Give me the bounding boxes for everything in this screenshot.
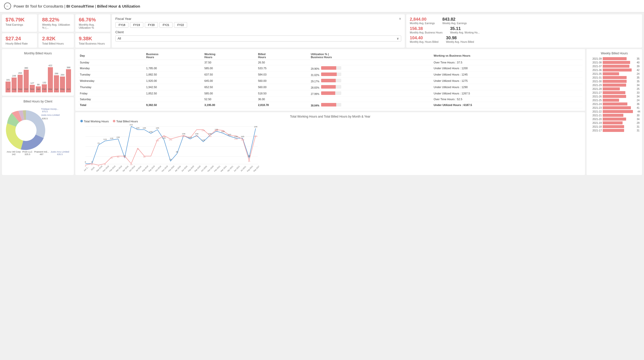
cell-billed: 533.75 xyxy=(256,65,309,71)
weekly-util-label: Weekly Avg. Utilization % (... xyxy=(42,23,70,29)
cell-vs: Under Utilized Hours : 1245 xyxy=(432,71,583,78)
weekly-week-label: 2021-26 xyxy=(589,95,602,98)
weekly-bar-row: 2021-17 31 xyxy=(589,129,639,132)
fy18-button[interactable]: FY18 xyxy=(115,22,128,28)
weekly-bar-row: 2021-39 35 xyxy=(589,57,639,60)
table-row: Tuesday 1,882.50 637.50 584.03 31.02% Un… xyxy=(78,71,583,78)
svg-text:165: 165 xyxy=(136,127,140,129)
svg-text:Nov 2020: Nov 2020 xyxy=(207,165,214,172)
cell-vs: Under Utilized Hours : 1290 xyxy=(432,84,583,90)
stats-row-3: 104.40 Monthly Avg. Hours Billed 30.98 W… xyxy=(410,35,638,43)
weekly-avg-earnings-label: Weekly Avg. Earnings xyxy=(442,22,467,25)
cell-biz: 1,785.00 xyxy=(144,65,202,71)
weekly-rows: 2021-39 35 2021-38 40 2021-37 39 2021-36… xyxy=(589,57,639,132)
billed-by-client-title: Billed Hours by Client xyxy=(5,100,71,103)
lbl-jul: Jul xyxy=(7,88,10,90)
cell-work: 645.00 xyxy=(202,78,256,84)
svg-text:Feb 2019: Feb 2019 xyxy=(109,165,116,172)
svg-text:83: 83 xyxy=(124,156,126,158)
util-percent: 27.99% xyxy=(311,93,319,95)
fiscal-year-chevron[interactable]: ∨ xyxy=(399,17,401,21)
weekly-bar-wrap xyxy=(603,106,632,109)
weekly-week-label: 2021-38 xyxy=(589,61,602,64)
table-row: Saturday 52.50 36.00 Over Time Hours : 5… xyxy=(78,97,583,102)
val-may: 264 xyxy=(60,74,64,76)
fy22-button[interactable]: FY22 xyxy=(174,22,187,28)
svg-text:Sep 2021: Sep 2021 xyxy=(253,165,259,172)
weekly-bar-wrap xyxy=(603,72,632,75)
weekly-value: 40 xyxy=(633,61,639,64)
weekly-bar-row: 2021-30 35 xyxy=(589,80,639,83)
weekly-bar-wrap xyxy=(603,87,632,90)
cell-day: Wednesday xyxy=(78,78,144,84)
weekly-value: 31 xyxy=(633,129,639,132)
line-chart-legend: Total Working Hours Total Billed Hours xyxy=(80,120,583,123)
weekly-bar xyxy=(603,114,623,117)
weekly-bar-wrap xyxy=(603,84,632,87)
fy21-button[interactable]: FY21 xyxy=(159,22,173,28)
svg-text:Oct 2019: Oct 2019 xyxy=(155,165,162,172)
cell-work: 52.50 xyxy=(202,97,256,102)
val-mar: 422 xyxy=(48,64,52,67)
svg-text:158: 158 xyxy=(208,133,212,135)
cell-util: 29.90% xyxy=(309,65,432,71)
weekly-week-label: 2021-31 xyxy=(589,76,602,79)
fy20-button[interactable]: FY20 xyxy=(145,22,158,28)
total-earnings-card: $76.79K Total Earnings xyxy=(2,14,37,32)
cell-billed: 518.50 xyxy=(256,90,309,97)
cell-util: 31.02% xyxy=(309,71,432,78)
fy19-button[interactable]: FY19 xyxy=(130,22,143,28)
util-percent: 29.90% xyxy=(311,67,319,70)
cell-util: 28.83% xyxy=(309,84,432,90)
billed-by-client-card: Billed Hours by Client xyxy=(2,97,74,175)
svg-text:Feb 2020: Feb 2020 xyxy=(168,165,175,172)
cell-util xyxy=(309,97,432,102)
svg-text:75: 75 xyxy=(97,142,100,145)
cell-work: 585.00 xyxy=(202,65,256,71)
weekly-week-label: 2021-22 xyxy=(589,110,602,113)
svg-text:Nov 2019: Nov 2019 xyxy=(161,165,168,172)
svg-text:158: 158 xyxy=(195,135,198,137)
weekly-bar xyxy=(603,99,619,102)
svg-text:Aug 2021: Aug 2021 xyxy=(246,165,254,172)
bar-jul xyxy=(6,82,11,92)
util-bar-container xyxy=(321,103,341,106)
kpi-row-2: $27.24 Hourly Billed Rate 2.82K Total Bi… xyxy=(2,33,110,48)
total-biz-label: Total Business Hours xyxy=(79,42,107,45)
svg-text:Apr 2020: Apr 2020 xyxy=(174,165,181,172)
lbl-sep: Sep xyxy=(18,88,22,90)
stats-right-card: 2,844.00 Monthly Avg. Earnings 843.82 We… xyxy=(406,14,642,48)
val-nov: 127 xyxy=(30,82,34,84)
weekly-value: 35 xyxy=(633,76,639,79)
monthly-avg-hours-billed-label: Monthly Avg. Hours Billed xyxy=(410,41,438,43)
svg-text:128: 128 xyxy=(201,139,205,141)
svg-text:3: 3 xyxy=(85,165,86,167)
weekly-bar-wrap xyxy=(603,61,632,64)
fiscal-year-header: Fiscal Year ∨ xyxy=(115,17,401,21)
label-tristique: Tristique Incorp...975.5 xyxy=(41,108,76,113)
svg-text:8: 8 xyxy=(85,161,86,163)
val-jul: 181 xyxy=(6,79,10,81)
svg-text:222: 222 xyxy=(129,124,133,126)
cell-day: Monday xyxy=(78,65,144,71)
cell-work: 585.00 xyxy=(202,90,256,97)
weekly-week-label: 2021-19 xyxy=(589,122,602,124)
cell-day: Saturday xyxy=(78,97,144,102)
weekly-bar-wrap xyxy=(603,65,632,68)
svg-text:123: 123 xyxy=(188,136,192,138)
weekly-bar-wrap xyxy=(603,68,632,71)
total-earnings-label: Total Earnings xyxy=(6,23,33,26)
client-dropdown[interactable]: All ∨ xyxy=(115,35,401,42)
svg-text:150: 150 xyxy=(234,135,238,138)
svg-text:150: 150 xyxy=(241,139,244,141)
svg-text:158: 158 xyxy=(195,133,198,135)
weekly-bar-wrap xyxy=(603,121,632,124)
weekly-bar-wrap xyxy=(603,129,632,132)
weekly-bar-row: 2021-19 29 xyxy=(589,121,639,124)
lbl-apr: Apr xyxy=(55,88,58,90)
total-billed-value: 2.82K xyxy=(42,36,70,42)
back-button[interactable]: ← xyxy=(4,3,11,10)
cell-billed: 2,818.78 xyxy=(256,102,309,108)
val-apr: 286 xyxy=(54,72,58,75)
weekly-value: 34 xyxy=(633,118,639,121)
